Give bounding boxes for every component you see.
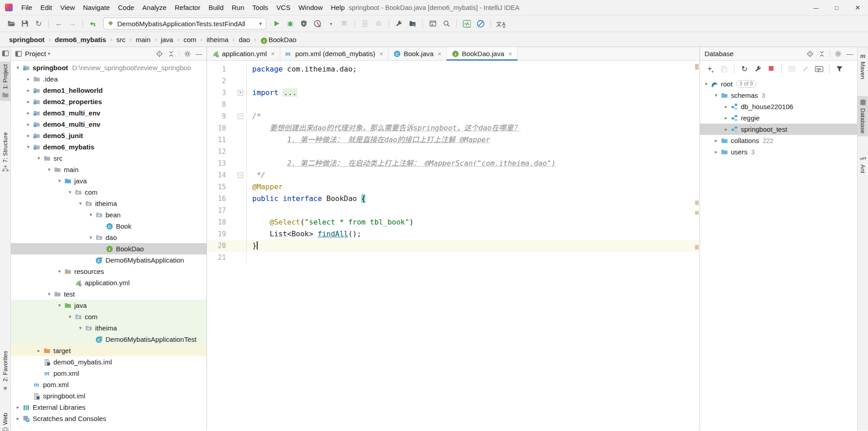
tool-window-switcher-icon[interactable] — [2, 50, 9, 57]
project-tree-row-demo6-mybatis[interactable]: ▾demo6_mybatis — [11, 141, 206, 153]
project-tree-row-springboot-iml[interactable]: springboot.iml — [11, 390, 206, 402]
menu-window[interactable]: Window — [294, 0, 326, 15]
menu-help[interactable]: Help — [327, 0, 349, 15]
project-tree-row-bookdao[interactable]: IBookDao — [11, 243, 206, 254]
close-icon[interactable]: × — [437, 50, 441, 57]
breadcrumb-item[interactable]: main — [134, 36, 153, 43]
jump-to-console-button[interactable]: QL — [814, 64, 824, 74]
profiler-button[interactable] — [312, 18, 323, 29]
code-line-15[interactable]: 15@Mapper — [207, 181, 700, 193]
breadcrumb-item[interactable]: IBookDao — [259, 36, 298, 43]
db-tree-row-users[interactable]: ▸users3 — [700, 146, 857, 158]
code-line-19[interactable]: 19 List<Book> findAll(); — [207, 228, 700, 240]
open-table-button[interactable] — [787, 64, 797, 74]
db-tree-row-root[interactable]: ▾root3 of 9 — [700, 78, 857, 90]
run-with-coverage-button[interactable] — [298, 18, 309, 29]
locate-object-icon[interactable] — [806, 50, 814, 57]
tool-window-tab-ant[interactable]: Ant — [858, 152, 868, 176]
recent-locations-button[interactable] — [87, 18, 98, 29]
project-tree-row-application-yml[interactable]: application.yml — [11, 277, 206, 288]
open-project-button[interactable] — [6, 18, 17, 29]
attach-to-process-button[interactable] — [360, 18, 370, 29]
run-button[interactable] — [271, 18, 282, 29]
code-line-1[interactable]: 1package com.itheima.dao; — [207, 63, 700, 75]
project-tree-row-com[interactable]: ▾com — [11, 311, 206, 322]
menu-build[interactable]: Build — [204, 0, 227, 15]
gear-icon[interactable] — [834, 50, 842, 57]
profiler-dropdown-button[interactable]: ▾ — [326, 18, 336, 29]
breadcrumb-item[interactable]: itheima — [205, 36, 230, 43]
project-tree-row-main[interactable]: ▾main — [11, 164, 206, 175]
code-line-2[interactable]: 2 — [207, 75, 700, 87]
code-editor[interactable]: 1package com.itheima.dao;23+import ...89… — [207, 61, 700, 431]
code-line-14[interactable]: 14− */ — [207, 169, 700, 181]
editor-tab-pom.xml-demo6-mybatis-[interactable]: mpom.xml (demo6_mybatis)× — [280, 47, 388, 60]
save-all-button[interactable] — [19, 18, 30, 29]
editor-tab-bookdao.java[interactable]: IBookDao.java× — [447, 47, 518, 60]
menu-analyze[interactable]: Analyze — [138, 0, 170, 15]
db-tree-row-schemas[interactable]: ▾schemas3 — [700, 90, 857, 101]
fold-marker-icon[interactable]: + — [238, 90, 243, 96]
gear-icon[interactable] — [183, 50, 191, 57]
minimize-button[interactable]: ─ — [806, 0, 826, 15]
edit-button[interactable] — [801, 64, 810, 74]
fold-marker-icon[interactable]: − — [238, 114, 243, 119]
project-tree-row-resources[interactable]: ▾resources — [11, 266, 206, 277]
breadcrumb-item[interactable]: java — [159, 36, 175, 43]
activity-monitor-button[interactable] — [461, 18, 472, 29]
tool-window-tab-favorites[interactable]: 2: Favorites★ — [0, 348, 10, 394]
tool-window-tab-web[interactable]: Web — [0, 410, 10, 431]
project-tree-row-target[interactable]: ▸target — [11, 345, 206, 356]
project-tree-row-java[interactable]: ▾java — [11, 175, 206, 187]
breadcrumb-item[interactable]: src — [115, 36, 127, 43]
code-line-11[interactable]: 11 1. 第一种做法： 就是直接在dao的接口上打上注解 @Mapper — [207, 134, 700, 146]
project-panel-title[interactable]: Project — [25, 50, 46, 57]
project-tree-row-book[interactable]: CBook — [11, 220, 206, 232]
run-configuration-select[interactable]: Demo6MybatisApplicationTests.testFindAll… — [103, 18, 266, 29]
project-structure-button[interactable] — [407, 18, 418, 29]
close-icon[interactable]: × — [271, 50, 275, 57]
project-tree-row-demo4-multi-env[interactable]: ▸demo4_multi_env — [11, 119, 206, 130]
project-tree-row-scratches-and-consoles[interactable]: ▸Scratches and Consoles — [11, 413, 206, 424]
project-tree-row-pom-xml[interactable]: mpom.xml — [11, 368, 206, 379]
collapse-all-icon[interactable] — [167, 50, 175, 57]
menu-tools[interactable]: Tools — [248, 0, 272, 15]
translate-button[interactable]: 文A — [495, 18, 506, 29]
project-tree-row-demo6mybatisapplicationtest[interactable]: CDemo6MybatisApplicationTest — [11, 334, 206, 345]
project-tree-row-test[interactable]: ▾test — [11, 288, 206, 300]
editor-tab-book.java[interactable]: CBook.java× — [388, 47, 447, 60]
breadcrumb-item[interactable]: dao — [237, 36, 252, 43]
project-tree-row-demo6-mybatis-iml[interactable]: demo6_mybatis.iml — [11, 356, 206, 368]
project-tree-row-demo5-junit[interactable]: ▸demo5_junit — [11, 130, 206, 141]
code-line-9[interactable]: 9−/* — [207, 110, 700, 122]
synchronize-button[interactable]: ↻ — [33, 18, 44, 29]
settings-button[interactable] — [393, 18, 404, 29]
menu-refactor[interactable]: Refactor — [171, 0, 205, 15]
code-line-13[interactable]: 13 2. 第二种做法： 在启动类上打上注解： @MapperScan("com… — [207, 158, 700, 169]
hide-panel-icon[interactable]: — — [846, 50, 854, 57]
breadcrumb-item[interactable]: springboot — [7, 36, 46, 43]
project-tree-row-bean[interactable]: ▾bean — [11, 209, 206, 220]
project-tree-row-springboot[interactable]: ▾springbootD:\review_springboot\review_s… — [11, 62, 206, 73]
back-button[interactable]: ← — [53, 18, 64, 29]
hide-panel-icon[interactable]: — — [195, 50, 203, 57]
editor-scrollbar-stripe[interactable] — [694, 61, 700, 431]
menu-navigate[interactable]: Navigate — [79, 0, 114, 15]
db-tree-row-reggie[interactable]: ▸reggie — [700, 112, 857, 124]
disable-inspections-button[interactable] — [475, 18, 486, 29]
close-button[interactable]: × — [847, 0, 868, 15]
menu-view[interactable]: View — [56, 0, 79, 15]
code-line-20[interactable]: 20} — [207, 240, 700, 252]
duplicate-button[interactable] — [719, 64, 729, 74]
collapse-all-icon[interactable] — [818, 50, 825, 57]
code-line-16[interactable]: 16public interface BookDao { — [207, 193, 700, 205]
code-line-10[interactable]: 10 要想创建出来dao的代理对象，那么需要告诉springboot，这个dao… — [207, 122, 700, 134]
tool-window-tab-database[interactable]: Database — [858, 96, 868, 136]
refresh-button[interactable]: ↻ — [739, 64, 749, 74]
project-tree-row-com[interactable]: ▾com — [11, 187, 206, 198]
menu-run[interactable]: Run — [228, 0, 249, 15]
breadcrumb-item[interactable]: com — [182, 36, 198, 43]
locate-file-icon[interactable] — [155, 50, 163, 57]
code-line-8[interactable]: 8 — [207, 99, 700, 110]
project-tree-row-demo3-multi-env[interactable]: ▸demo3_multi_env — [11, 107, 206, 119]
